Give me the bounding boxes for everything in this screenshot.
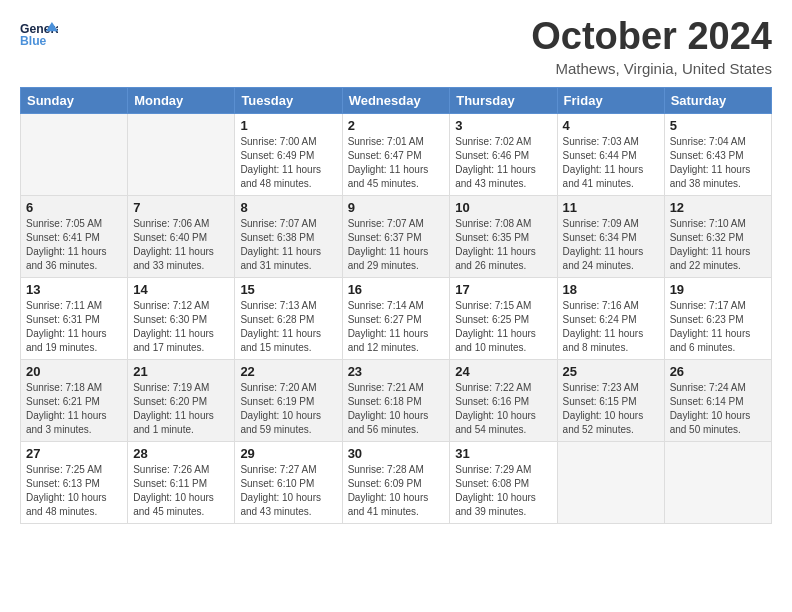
day-info: Sunrise: 7:12 AMSunset: 6:30 PMDaylight:…: [133, 299, 229, 355]
day-info: Sunrise: 7:24 AMSunset: 6:14 PMDaylight:…: [670, 381, 766, 437]
day-number: 10: [455, 200, 551, 215]
day-info: Sunrise: 7:10 AMSunset: 6:32 PMDaylight:…: [670, 217, 766, 273]
day-info: Sunrise: 7:28 AMSunset: 6:09 PMDaylight:…: [348, 463, 445, 519]
table-row: 8Sunrise: 7:07 AMSunset: 6:38 PMDaylight…: [235, 195, 342, 277]
page: General Blue October 2024 Mathews, Virgi…: [0, 0, 792, 544]
day-number: 23: [348, 364, 445, 379]
table-row: 14Sunrise: 7:12 AMSunset: 6:30 PMDayligh…: [128, 277, 235, 359]
table-row: 2Sunrise: 7:01 AMSunset: 6:47 PMDaylight…: [342, 113, 450, 195]
day-info: Sunrise: 7:22 AMSunset: 6:16 PMDaylight:…: [455, 381, 551, 437]
day-number: 20: [26, 364, 122, 379]
day-info: Sunrise: 7:03 AMSunset: 6:44 PMDaylight:…: [563, 135, 659, 191]
day-number: 27: [26, 446, 122, 461]
table-row: 16Sunrise: 7:14 AMSunset: 6:27 PMDayligh…: [342, 277, 450, 359]
day-number: 6: [26, 200, 122, 215]
calendar-table: Sunday Monday Tuesday Wednesday Thursday…: [20, 87, 772, 524]
table-row: 19Sunrise: 7:17 AMSunset: 6:23 PMDayligh…: [664, 277, 771, 359]
day-info: Sunrise: 7:25 AMSunset: 6:13 PMDaylight:…: [26, 463, 122, 519]
logo-icon: General Blue: [20, 16, 58, 54]
col-monday: Monday: [128, 87, 235, 113]
col-thursday: Thursday: [450, 87, 557, 113]
table-row: 23Sunrise: 7:21 AMSunset: 6:18 PMDayligh…: [342, 359, 450, 441]
day-info: Sunrise: 7:27 AMSunset: 6:10 PMDaylight:…: [240, 463, 336, 519]
day-number: 7: [133, 200, 229, 215]
day-info: Sunrise: 7:17 AMSunset: 6:23 PMDaylight:…: [670, 299, 766, 355]
day-info: Sunrise: 7:18 AMSunset: 6:21 PMDaylight:…: [26, 381, 122, 437]
table-row: 24Sunrise: 7:22 AMSunset: 6:16 PMDayligh…: [450, 359, 557, 441]
table-row: 12Sunrise: 7:10 AMSunset: 6:32 PMDayligh…: [664, 195, 771, 277]
day-info: Sunrise: 7:04 AMSunset: 6:43 PMDaylight:…: [670, 135, 766, 191]
calendar-week-5: 27Sunrise: 7:25 AMSunset: 6:13 PMDayligh…: [21, 441, 772, 523]
day-number: 31: [455, 446, 551, 461]
table-row: [664, 441, 771, 523]
day-info: Sunrise: 7:02 AMSunset: 6:46 PMDaylight:…: [455, 135, 551, 191]
table-row: 30Sunrise: 7:28 AMSunset: 6:09 PMDayligh…: [342, 441, 450, 523]
table-row: 21Sunrise: 7:19 AMSunset: 6:20 PMDayligh…: [128, 359, 235, 441]
calendar-week-3: 13Sunrise: 7:11 AMSunset: 6:31 PMDayligh…: [21, 277, 772, 359]
day-number: 21: [133, 364, 229, 379]
col-sunday: Sunday: [21, 87, 128, 113]
day-number: 25: [563, 364, 659, 379]
table-row: 7Sunrise: 7:06 AMSunset: 6:40 PMDaylight…: [128, 195, 235, 277]
day-info: Sunrise: 7:11 AMSunset: 6:31 PMDaylight:…: [26, 299, 122, 355]
day-number: 22: [240, 364, 336, 379]
table-row: 26Sunrise: 7:24 AMSunset: 6:14 PMDayligh…: [664, 359, 771, 441]
day-number: 18: [563, 282, 659, 297]
day-number: 16: [348, 282, 445, 297]
day-info: Sunrise: 7:14 AMSunset: 6:27 PMDaylight:…: [348, 299, 445, 355]
day-info: Sunrise: 7:29 AMSunset: 6:08 PMDaylight:…: [455, 463, 551, 519]
col-saturday: Saturday: [664, 87, 771, 113]
day-info: Sunrise: 7:05 AMSunset: 6:41 PMDaylight:…: [26, 217, 122, 273]
day-info: Sunrise: 7:07 AMSunset: 6:38 PMDaylight:…: [240, 217, 336, 273]
day-number: 2: [348, 118, 445, 133]
day-info: Sunrise: 7:13 AMSunset: 6:28 PMDaylight:…: [240, 299, 336, 355]
day-number: 26: [670, 364, 766, 379]
header: General Blue October 2024 Mathews, Virgi…: [20, 16, 772, 77]
logo: General Blue: [20, 16, 58, 54]
calendar-week-1: 1Sunrise: 7:00 AMSunset: 6:49 PMDaylight…: [21, 113, 772, 195]
day-number: 12: [670, 200, 766, 215]
day-info: Sunrise: 7:09 AMSunset: 6:34 PMDaylight:…: [563, 217, 659, 273]
calendar-week-4: 20Sunrise: 7:18 AMSunset: 6:21 PMDayligh…: [21, 359, 772, 441]
day-number: 17: [455, 282, 551, 297]
table-row: 18Sunrise: 7:16 AMSunset: 6:24 PMDayligh…: [557, 277, 664, 359]
day-info: Sunrise: 7:07 AMSunset: 6:37 PMDaylight:…: [348, 217, 445, 273]
day-info: Sunrise: 7:20 AMSunset: 6:19 PMDaylight:…: [240, 381, 336, 437]
day-info: Sunrise: 7:26 AMSunset: 6:11 PMDaylight:…: [133, 463, 229, 519]
table-row: 5Sunrise: 7:04 AMSunset: 6:43 PMDaylight…: [664, 113, 771, 195]
day-number: 24: [455, 364, 551, 379]
table-row: 13Sunrise: 7:11 AMSunset: 6:31 PMDayligh…: [21, 277, 128, 359]
table-row: [128, 113, 235, 195]
table-row: 9Sunrise: 7:07 AMSunset: 6:37 PMDaylight…: [342, 195, 450, 277]
day-number: 13: [26, 282, 122, 297]
day-info: Sunrise: 7:06 AMSunset: 6:40 PMDaylight:…: [133, 217, 229, 273]
day-info: Sunrise: 7:15 AMSunset: 6:25 PMDaylight:…: [455, 299, 551, 355]
table-row: 4Sunrise: 7:03 AMSunset: 6:44 PMDaylight…: [557, 113, 664, 195]
table-row: 3Sunrise: 7:02 AMSunset: 6:46 PMDaylight…: [450, 113, 557, 195]
table-row: 17Sunrise: 7:15 AMSunset: 6:25 PMDayligh…: [450, 277, 557, 359]
table-row: 15Sunrise: 7:13 AMSunset: 6:28 PMDayligh…: [235, 277, 342, 359]
table-row: 10Sunrise: 7:08 AMSunset: 6:35 PMDayligh…: [450, 195, 557, 277]
day-info: Sunrise: 7:21 AMSunset: 6:18 PMDaylight:…: [348, 381, 445, 437]
day-number: 19: [670, 282, 766, 297]
day-number: 5: [670, 118, 766, 133]
table-row: 6Sunrise: 7:05 AMSunset: 6:41 PMDaylight…: [21, 195, 128, 277]
day-number: 28: [133, 446, 229, 461]
col-wednesday: Wednesday: [342, 87, 450, 113]
day-number: 11: [563, 200, 659, 215]
day-info: Sunrise: 7:19 AMSunset: 6:20 PMDaylight:…: [133, 381, 229, 437]
day-number: 3: [455, 118, 551, 133]
calendar-header-row: Sunday Monday Tuesday Wednesday Thursday…: [21, 87, 772, 113]
day-number: 8: [240, 200, 336, 215]
table-row: 31Sunrise: 7:29 AMSunset: 6:08 PMDayligh…: [450, 441, 557, 523]
svg-text:Blue: Blue: [20, 34, 47, 48]
table-row: 11Sunrise: 7:09 AMSunset: 6:34 PMDayligh…: [557, 195, 664, 277]
table-row: 20Sunrise: 7:18 AMSunset: 6:21 PMDayligh…: [21, 359, 128, 441]
day-number: 30: [348, 446, 445, 461]
day-number: 14: [133, 282, 229, 297]
table-row: 25Sunrise: 7:23 AMSunset: 6:15 PMDayligh…: [557, 359, 664, 441]
title-section: October 2024 Mathews, Virginia, United S…: [531, 16, 772, 77]
day-info: Sunrise: 7:01 AMSunset: 6:47 PMDaylight:…: [348, 135, 445, 191]
location: Mathews, Virginia, United States: [531, 60, 772, 77]
table-row: [557, 441, 664, 523]
